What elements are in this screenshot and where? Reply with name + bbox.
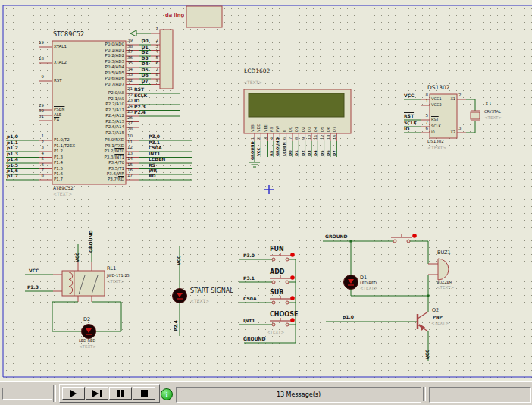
sim-pause-button[interactable] (109, 387, 132, 400)
net-label: CS0A (149, 146, 162, 150)
net-label: p1.2 (7, 146, 18, 150)
pin-name: XTAL2 (54, 61, 67, 65)
pin-name: D4 (314, 127, 318, 132)
pin-name: P3.2/INT0 (104, 149, 124, 154)
buzzer-body[interactable] (438, 259, 449, 280)
net-label: D5 (321, 150, 324, 156)
net-label: D0 (289, 150, 293, 156)
net-label: D3 (308, 150, 311, 156)
pin-number: 7 (426, 121, 429, 125)
schematic-canvas[interactable]: 191892930311p1.02p1.13p1.24p1.35p1.46p1.… (0, 0, 532, 381)
pin-name: P0.4/AD4 (105, 65, 124, 70)
net-label: P2.4 (134, 110, 146, 115)
misc-component[interactable] (186, 6, 222, 27)
pin-number: 10 (308, 135, 311, 140)
pin-name: P1.2 (54, 149, 63, 154)
push-button[interactable] (407, 240, 410, 243)
placeholder: <TEXT> (190, 299, 209, 303)
pin-number: 5 (156, 56, 159, 61)
pin-name: VEE (264, 124, 268, 132)
pin-number: 7 (289, 137, 293, 140)
pin-name: P1.0/T2 (54, 138, 70, 143)
connector-body[interactable] (160, 30, 173, 89)
push-button[interactable] (272, 301, 275, 304)
pin-number: 13 (127, 152, 133, 156)
pin-number: 31 (39, 115, 44, 119)
placeholder: <TEXT> (427, 146, 446, 150)
net-label: RS (270, 151, 274, 156)
pin-name: P1.5 (54, 167, 63, 171)
net-label: D2 (141, 50, 148, 55)
placeholder: <TEXT> (437, 286, 454, 290)
placeholder: <TEXT> (243, 80, 262, 85)
pin-number: 1 (426, 99, 429, 104)
push-button[interactable] (272, 258, 275, 261)
net-label: VCC (425, 350, 430, 359)
net-label: SCLK (404, 121, 417, 125)
net-label: D7 (141, 79, 148, 83)
net-label: GROUND (243, 337, 266, 341)
net-label: P2.4 (174, 320, 178, 331)
net-label: p1.4 (7, 157, 18, 162)
sim-stop-button[interactable] (133, 387, 155, 400)
net-label: D6 (327, 150, 330, 156)
sim-step-button[interactable] (86, 387, 108, 400)
net-label: P3.0 (149, 134, 160, 139)
pin-name: P3.5/T1 (108, 167, 124, 171)
pin-name: X2 (450, 130, 455, 134)
push-button[interactable] (286, 281, 289, 284)
pin-number: 7 (156, 68, 159, 72)
start-signal-label: START SIGNAL (190, 288, 233, 294)
pin-name: D3 (308, 127, 311, 132)
placeholder: <TEXT> (360, 287, 377, 291)
pin-name: I0 (431, 130, 435, 134)
pin-name: P3.4/T0 (108, 161, 124, 165)
net-label: p1.1 (7, 140, 18, 145)
net-label: RD (149, 174, 156, 178)
pin-number: 3 (156, 45, 159, 49)
push-button[interactable] (393, 240, 396, 243)
push-button[interactable] (286, 301, 289, 304)
net-label: P2.3 (134, 105, 146, 109)
pin-number: 8 (156, 73, 159, 77)
pin-number: 18 (39, 57, 44, 61)
pin-name: PSEN (54, 108, 64, 112)
pause-icon (121, 390, 124, 397)
pin-number: 16 (127, 168, 133, 173)
push-button[interactable] (286, 323, 289, 326)
component-ref: STC89C52 (53, 32, 84, 38)
pin-number: 38 (127, 45, 133, 49)
pin-number: 3 (458, 127, 462, 131)
component-value: DS1302 (427, 140, 444, 144)
push-button[interactable] (272, 281, 275, 284)
pin-number: 1 (156, 27, 159, 32)
pin-name: P3.1/TXD (105, 144, 124, 149)
net-label: p1.7 (7, 174, 18, 178)
crystal-body[interactable] (471, 112, 480, 119)
component-ref: Q2 (432, 308, 439, 313)
component-value: PNP (433, 316, 443, 320)
pin-number: 8 (426, 93, 429, 98)
net-label: IO (134, 99, 139, 103)
relay-body[interactable] (62, 271, 105, 296)
net-label: VCC (404, 93, 414, 98)
pin-number: 21 (127, 87, 133, 92)
net-label: VCC (75, 253, 80, 262)
message-count: 13 Message(s) (277, 391, 321, 398)
message-panel[interactable]: 13 Message(s) (176, 387, 421, 403)
pin-name: P3.0/RXD (105, 138, 124, 143)
info-icon[interactable]: i (161, 388, 173, 400)
pin-number: 4 (42, 152, 45, 156)
pin-name: D7 (333, 127, 336, 132)
pin-number: 13 (327, 135, 330, 140)
pin-name: D6 (327, 127, 330, 132)
sim-play-button[interactable] (62, 387, 85, 400)
pin-name: VCC1 (431, 97, 442, 101)
component-value: CRYSTAL (484, 110, 501, 114)
push-button[interactable] (286, 258, 289, 261)
play-icon (70, 390, 77, 397)
net-label: p1.0 (343, 315, 354, 319)
pin-number: 6 (426, 127, 429, 131)
push-button[interactable] (272, 323, 275, 326)
pin-name: D5 (321, 127, 324, 132)
